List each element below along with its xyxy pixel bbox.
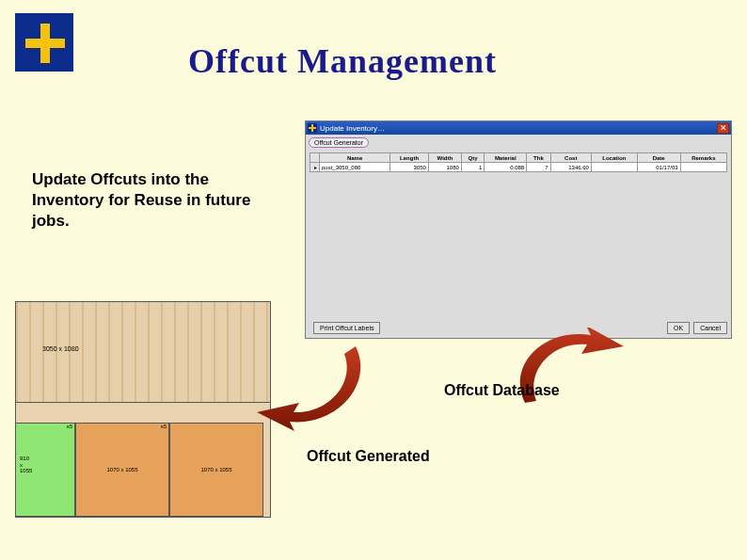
app-logo-icon [15,13,73,72]
part-dimension: 1070 x 1055 [170,467,262,472]
ok-button[interactable]: OK [667,322,690,334]
part-tag: s5 [67,424,72,429]
col-length: Length [390,153,429,163]
nested-part-2: s5 1070 x 1055 [75,423,169,517]
table-row[interactable]: ▸ post_3050_080 3050 1080 1 0.088 7 1346… [310,163,727,172]
nested-part-1: s5 910x1055 [15,423,75,517]
window-title: Update Inventory… [320,124,717,133]
col-thk: Thk [527,153,550,163]
part-dimension: 910x1055 [20,456,32,474]
window-icon [308,123,317,133]
cell-thk[interactable]: 7 [527,163,550,172]
description-text: Update Offcuts into the Inventory for Re… [32,169,267,232]
page-title: Offcut Management [188,41,497,81]
offcut-dimension-label: 3050 x 1080 [42,345,79,352]
close-icon: ✕ [720,123,727,133]
nested-part-3: 1070 x 1055 [169,423,263,517]
part-dimension: 1070 x 1055 [76,467,168,472]
inventory-grid: Name Length Width Qty Material Thk Cost … [310,152,727,172]
tab-offcut-generator[interactable]: Offcut Generator [309,137,369,148]
nesting-layout: 3050 x 1080 s5 910x1055 s5 1070 x 1055 1… [15,301,271,518]
col-location: Location [591,153,637,163]
col-qty: Qty [461,153,484,163]
print-labels-button[interactable]: Print Offcut Labels [313,322,380,334]
col-cost: Cost [550,153,591,163]
cancel-button[interactable]: Cancel [693,322,727,334]
col-date: Date [637,153,680,163]
part-tag: s5 [161,424,167,429]
col-width: Width [428,153,461,163]
cell-remarks[interactable] [680,163,726,172]
col-remarks: Remarks [680,153,726,163]
window-titlebar: Update Inventory… ✕ [306,121,731,135]
row-gutter-header [310,153,320,163]
offcut-area: 3050 x 1080 [15,301,271,403]
cell-material[interactable]: 0.088 [485,163,527,172]
arrow-database-icon [516,328,628,412]
cell-date[interactable]: 01/17/03 [637,163,680,172]
col-material: Material [485,153,527,163]
header-row: Name Length Width Qty Material Thk Cost … [310,153,727,163]
cell-name[interactable]: post_3050_080 [320,163,390,172]
cell-cost[interactable]: 1346.60 [550,163,591,172]
cell-qty[interactable]: 1 [461,163,484,172]
cell-length[interactable]: 3050 [390,163,429,172]
row-gutter-cell: ▸ [310,163,320,172]
update-inventory-window: Update Inventory… ✕ Offcut Generator Nam… [305,120,732,339]
offcut-generated-label: Offcut Generated [307,448,430,465]
cell-width[interactable]: 1080 [428,163,461,172]
offcut-database-label: Offcut Database [444,382,560,399]
close-button[interactable]: ✕ [717,123,729,134]
col-name: Name [320,153,390,163]
cell-location[interactable] [591,163,637,172]
